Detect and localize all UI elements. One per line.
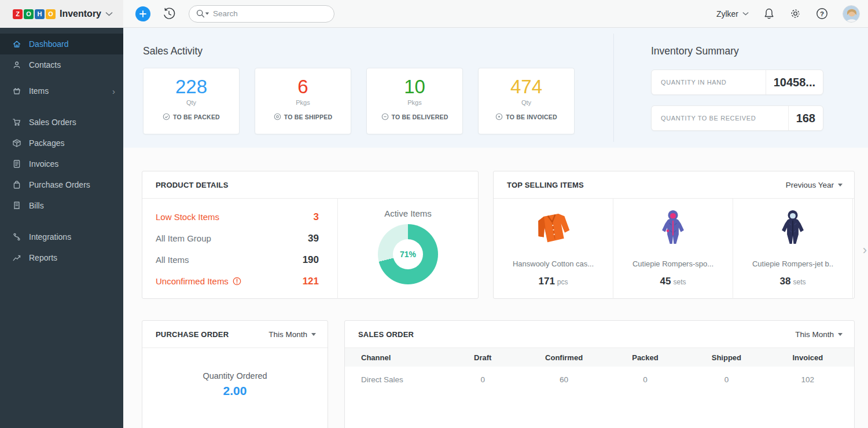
active-items-percent: 71% [400,250,416,259]
product-name: Cutiepie Rompers-jet b.. [733,259,852,268]
sidebar-item-sales-orders[interactable]: Sales Orders [0,112,123,133]
topbar-main: Zylker [123,0,868,27]
sidebar-item-label: Reports [29,253,57,262]
quantity-ordered-value[interactable]: 2.00 [142,384,328,398]
product-unit: sets [793,278,806,286]
top-selling-item[interactable]: Hanswooly Cotton cas... 171pcs [494,199,613,299]
global-search[interactable] [189,5,334,23]
plus-icon [139,10,146,17]
top-selling-period-select[interactable]: Previous Year [786,181,843,189]
sales-order-card: SALES ORDER This Month Channel Draft Con… [344,320,855,428]
user-avatar[interactable] [843,5,860,23]
sales-order-period-select[interactable]: This Month [795,330,843,339]
product-name: Inventory [60,9,101,19]
card-to-be-packed[interactable]: 228 Qty TO BE PACKED [143,68,240,134]
metric-label: TO BE INVOICED [506,114,557,120]
inventory-row-label: QUANTITY IN HAND [652,79,766,86]
recent-history-button[interactable] [163,8,175,20]
caret-down-icon [311,333,316,336]
product-details-card: PRODUCT DETAILS Low Stock Items 3 All It… [142,171,479,299]
sidebar-item-packages[interactable]: Packages [0,133,123,153]
product-name: Cutiepie Rompers-spo... [613,259,733,268]
metric-label: TO BE DELIVERED [392,114,448,120]
purchase-order-title: PURCHASE ORDER [156,330,229,339]
top-selling-item[interactable]: Cutiepie Rompers-spo... 45sets [613,199,733,299]
minus-circle-icon [381,113,389,120]
all-items-label[interactable]: All Items [156,255,189,265]
top-selling-items-card: TOP SELLING ITEMS Previous Year [493,171,855,299]
zoho-inventory-app: Z O H O Inventory [0,0,868,428]
sidebar-item-contacts[interactable]: Contacts [0,54,123,75]
product-qty: 38 [780,276,791,287]
purchase-order-card: PURCHASE ORDER This Month Quantity Order… [142,320,328,428]
all-items-row: All Items 190 [156,249,319,270]
notifications-button[interactable] [763,8,775,20]
active-items-donut[interactable]: 71% [378,224,438,284]
inventory-row-value: 168 [788,106,823,130]
card-to-be-shipped[interactable]: 6 Pkgs TO BE SHIPPED [255,68,351,134]
dashboard-body: PRODUCT DETAILS Low Stock Items 3 All It… [123,148,868,428]
sidebar-item-label: Invoices [29,159,58,169]
period-label: Previous Year [786,181,834,189]
sidebar-item-reports[interactable]: Reports [0,247,123,268]
sidebar-item-label: Purchase Orders [29,180,90,189]
sales-activity-title: Sales Activity [143,45,203,57]
metric-value: 228 [144,75,239,98]
quick-create-button[interactable] [135,6,150,21]
column-header: Invoiced [767,353,848,362]
card-to-be-invoiced[interactable]: 474 Qty TO BE INVOICED [478,68,575,134]
product-unit: sets [673,278,686,286]
low-stock-items-value: 3 [314,211,319,223]
sidebar-item-invoices[interactable]: Invoices [0,153,123,174]
search-scope-caret-icon[interactable] [205,13,209,15]
sidebar-item-dashboard[interactable]: Dashboard [0,34,123,54]
sidebar: Dashboard Contacts Items › Sales Orders [0,28,123,428]
metric-value: 6 [255,75,351,98]
settings-button[interactable] [789,8,801,20]
sidebar-item-label: Sales Orders [29,118,76,127]
all-item-group-label[interactable]: All Item Group [156,233,211,243]
section-divider [613,34,614,142]
integrations-icon [12,232,21,242]
table-row[interactable]: Direct Sales 0 60 0 0 102 [345,367,854,392]
packed-cell: 0 [605,375,686,384]
submenu-arrow-icon: › [112,86,115,96]
product-qty: 171 [538,276,554,287]
caret-down-icon [838,333,843,336]
quantity-in-hand-row[interactable]: QUANTITY IN HAND 10458... [651,69,823,95]
invoiced-cell: 102 [767,375,848,384]
app-logo[interactable]: Z O H O Inventory [0,0,123,28]
sidebar-item-items[interactable]: Items › [0,81,123,101]
sidebar-item-label: Bills [29,201,44,210]
help-button[interactable]: ? [816,8,828,20]
avatar-photo [843,6,860,23]
sidebar-item-purchase-orders[interactable]: Purchase Orders [0,174,123,195]
quantity-to-be-received-row[interactable]: QUANTITY TO BE RECEIVED 168 [651,105,823,131]
sales-orders-icon [12,118,21,127]
low-stock-items-link[interactable]: Low Stock Items [156,212,219,222]
sidebar-item-bills[interactable]: Bills [0,195,123,216]
card-to-be-delivered[interactable]: 10 Pkgs TO BE DELIVERED [366,68,463,134]
unconfirmed-items-row: Unconfirmed Items 121 [156,270,319,292]
purchase-order-period-select[interactable]: This Month [269,330,316,339]
product-unit: pcs [557,278,568,286]
low-stock-items-row: Low Stock Items 3 [156,206,319,228]
invoices-icon [12,159,21,169]
active-items-title: Active Items [338,208,478,218]
top-selling-item[interactable]: Cutiepie Rompers-jet b.. 38sets [733,199,853,299]
carousel-next-button[interactable]: › [863,244,867,257]
all-item-group-row: All Item Group 39 [156,228,319,249]
product-name: Hanswooly Cotton cas... [494,259,613,268]
hero-section: Sales Activity 228 Qty TO BE PACKED 6 Pk… [123,28,868,148]
sidebar-item-integrations[interactable]: Integrations [0,226,123,247]
packages-icon [12,138,21,148]
metric-unit: Qty [144,99,239,106]
search-input[interactable] [213,9,327,18]
all-items-value: 190 [303,254,319,266]
metric-unit: Pkgs [367,99,462,106]
unconfirmed-items-link[interactable]: Unconfirmed Items [156,276,241,286]
caret-down-icon [838,184,843,186]
items-icon [12,86,21,96]
org-selector[interactable]: Zylker [716,9,749,19]
metric-unit: Pkgs [255,99,351,106]
